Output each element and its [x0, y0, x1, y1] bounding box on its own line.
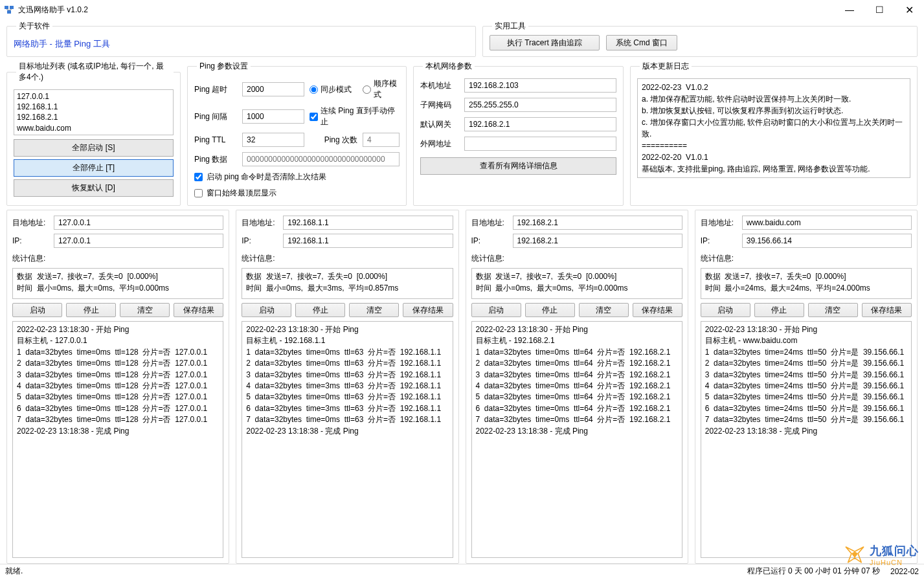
dest-label: 目地地址: — [242, 217, 278, 228]
local-ip-input[interactable] — [464, 78, 616, 93]
ip-input[interactable] — [283, 234, 453, 248]
changelog-legend: 版本更新日志 — [640, 61, 692, 72]
timeout-label: Ping 超时 — [194, 84, 237, 95]
tracert-button[interactable]: 执行 Tracert 路由追踪 — [490, 35, 600, 50]
ip-input[interactable] — [742, 234, 912, 248]
reset-button[interactable]: 恢复默认 [D] — [14, 179, 174, 197]
panel-log[interactable]: 2022-02-23 13:18:30 - 开始 Ping 目标主机 - 127… — [12, 321, 223, 558]
stats-label: 统计信息: — [471, 253, 682, 264]
dest-input[interactable] — [742, 216, 912, 230]
ip-label: IP: — [242, 236, 278, 245]
changelog-text[interactable]: 2022-02-23 V1.0.2 a. 增加保存配置功能, 软件启动时设置保持… — [637, 78, 910, 178]
ping-params-legend: Ping 参数设置 — [197, 61, 251, 72]
ping-panel: 目地地址: IP: 统计信息: 数据 发送=7, 接收=7, 丢失=0 [0.0… — [695, 210, 918, 564]
close-button[interactable]: ✕ — [894, 0, 924, 19]
dest-input[interactable] — [54, 216, 223, 230]
continuous-ping-check[interactable]: 连续 Ping 直到手动停止 — [310, 106, 400, 128]
seq-mode-radio[interactable]: 顺序模式 — [363, 78, 400, 100]
dest-label: 目地地址: — [701, 217, 737, 228]
local-ip-label: 本机地址 — [420, 80, 459, 91]
svg-rect-2 — [7, 10, 11, 14]
ping-panel: 目地地址: IP: 统计信息: 数据 发送=7, 接收=7, 丢失=0 [0.0… — [6, 210, 229, 564]
always-top-check[interactable]: 窗口始终最顶层显示 — [194, 188, 400, 199]
stats-label: 统计信息: — [242, 253, 453, 264]
ttl-input[interactable] — [242, 133, 304, 147]
view-net-details-button[interactable]: 查看所有网络详细信息 — [420, 157, 616, 175]
ip-label: IP: — [471, 236, 508, 245]
gateway-label: 默认网关 — [420, 119, 459, 130]
stats-label: 统计信息: — [12, 253, 223, 264]
dest-label: 目地地址: — [12, 217, 49, 228]
panel-log[interactable]: 2022-02-23 13:18:30 - 开始 Ping 目标主机 - www… — [701, 321, 912, 558]
status-runtime: 程序已运行 0 天 00 小时 01 分钟 07 秒 — [747, 566, 880, 577]
ping-panels-row: 目地地址: IP: 统计信息: 数据 发送=7, 接收=7, 丢失=0 [0.0… — [6, 210, 918, 564]
tools-legend: 实用工具 — [492, 21, 528, 32]
titlebar: 文迅网络助手 v1.0.2 — ☐ ✕ — [0, 0, 924, 19]
stats-box: 数据 发送=7, 接收=7, 丢失=0 [0.000%] 时间 最小=0ms, … — [242, 268, 453, 299]
panel-clear-button[interactable]: 清空 — [808, 303, 858, 317]
targets-legend: 目标地址列表 (域名或IP地址, 每行一个, 最多4个.) — [16, 61, 174, 83]
status-date: 2022-02 — [890, 567, 919, 576]
interval-input[interactable] — [242, 109, 304, 124]
stats-box: 数据 发送=7, 接收=7, 丢失=0 [0.000%] 时间 最小=24ms,… — [701, 268, 912, 299]
about-group: 关于软件 网络助手 - 批量 Ping 工具 — [6, 21, 476, 57]
ip-input[interactable] — [54, 234, 223, 248]
dest-input[interactable] — [513, 216, 682, 230]
timeout-input[interactable] — [242, 82, 304, 96]
panel-stop-button[interactable]: 停止 — [295, 303, 345, 317]
svg-rect-1 — [10, 6, 14, 9]
start-all-button[interactable]: 全部启动 [S] — [14, 139, 174, 157]
targets-textarea[interactable]: 127.0.0.1 192.168.1.1 192.168.2.1 www.ba… — [14, 89, 174, 135]
dest-label: 目地地址: — [471, 217, 508, 228]
targets-group: 目标地址列表 (域名或IP地址, 每行一个, 最多4个.) 127.0.0.1 … — [6, 61, 181, 206]
ttl-label: Ping TTL — [194, 135, 237, 144]
stop-all-button[interactable]: 全部停止 [T] — [14, 159, 174, 177]
data-label: Ping 数据 — [194, 154, 237, 165]
wan-label: 外网地址 — [420, 139, 459, 150]
panel-clear-button[interactable]: 清空 — [579, 303, 629, 317]
panel-stop-button[interactable]: 停止 — [66, 303, 116, 317]
ip-input[interactable] — [513, 234, 682, 248]
maximize-button[interactable]: ☐ — [864, 0, 894, 19]
panel-save-button[interactable]: 保存结果 — [633, 303, 682, 317]
panel-log[interactable]: 2022-02-23 13:18:30 - 开始 Ping 目标主机 - 192… — [242, 321, 453, 558]
wan-input[interactable] — [464, 137, 616, 151]
gateway-input[interactable] — [464, 117, 616, 131]
panel-save-button[interactable]: 保存结果 — [862, 303, 912, 317]
stats-box: 数据 发送=7, 接收=7, 丢失=0 [0.000%] 时间 最小=0ms, … — [12, 268, 223, 299]
changelog-group: 版本更新日志 2022-02-23 V1.0.2 a. 增加保存配置功能, 软件… — [630, 61, 918, 206]
ping-panel: 目地地址: IP: 统计信息: 数据 发送=7, 接收=7, 丢失=0 [0.0… — [466, 210, 688, 564]
mask-input[interactable] — [464, 98, 616, 112]
status-ready: 就绪. — [5, 566, 23, 577]
count-label: Ping 次数 — [310, 135, 357, 146]
data-input[interactable] — [242, 152, 400, 166]
net-params-group: 本机网络参数 本机地址 子网掩码 默认网关 外网地址 查看所有网络详细信息 — [413, 61, 624, 206]
minimize-button[interactable]: — — [835, 0, 864, 19]
mask-label: 子网掩码 — [420, 100, 459, 111]
stats-box: 数据 发送=7, 接收=7, 丢失=0 [0.000%] 时间 最小=0ms, … — [471, 268, 682, 299]
net-params-legend: 本机网络参数 — [423, 61, 475, 72]
svg-line-3 — [6, 9, 9, 10]
about-link[interactable]: 网络助手 - 批量 Ping 工具 — [14, 38, 110, 50]
panel-start-button[interactable]: 启动 — [471, 303, 521, 317]
about-legend: 关于软件 — [16, 21, 52, 32]
panel-stop-button[interactable]: 停止 — [525, 303, 575, 317]
panel-save-button[interactable]: 保存结果 — [403, 303, 453, 317]
count-input — [363, 133, 400, 147]
clear-on-start-check[interactable]: 启动 ping 命令时是否清除上次结果 — [194, 172, 400, 183]
cmd-button[interactable]: 系统 Cmd 窗口 — [606, 35, 677, 50]
status-bar: 就绪. 程序已运行 0 天 00 小时 01 分钟 07 秒 2022-02 — [0, 564, 924, 578]
panel-log[interactable]: 2022-02-23 13:18:30 - 开始 Ping 目标主机 - 192… — [471, 321, 682, 558]
svg-line-4 — [9, 9, 12, 10]
dest-input[interactable] — [283, 216, 453, 230]
interval-label: Ping 间隔 — [194, 111, 237, 122]
panel-start-button[interactable]: 启动 — [701, 303, 750, 317]
panel-save-button[interactable]: 保存结果 — [174, 303, 223, 317]
panel-clear-button[interactable]: 清空 — [349, 303, 399, 317]
panel-start-button[interactable]: 启动 — [242, 303, 291, 317]
panel-clear-button[interactable]: 清空 — [120, 303, 170, 317]
panel-stop-button[interactable]: 停止 — [754, 303, 804, 317]
panel-start-button[interactable]: 启动 — [12, 303, 62, 317]
sync-mode-radio[interactable]: 同步模式 — [310, 84, 357, 95]
ip-label: IP: — [12, 236, 49, 245]
